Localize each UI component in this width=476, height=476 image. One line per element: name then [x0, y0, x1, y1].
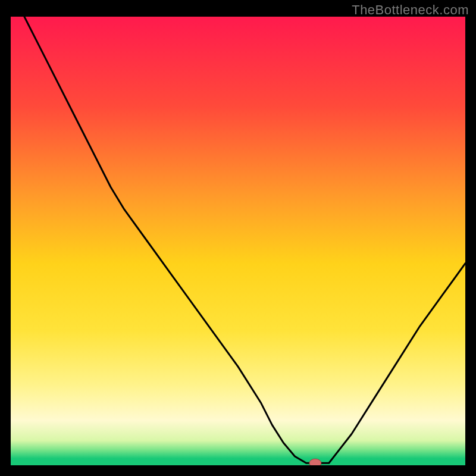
- watermark-text: TheBottleneck.com: [352, 2, 469, 18]
- optimal-marker: [309, 459, 321, 465]
- chart-container: TheBottleneck.com: [0, 0, 476, 476]
- bottleneck-chart: [11, 17, 465, 465]
- gradient-background: [11, 17, 465, 465]
- chart-svg: [11, 17, 465, 465]
